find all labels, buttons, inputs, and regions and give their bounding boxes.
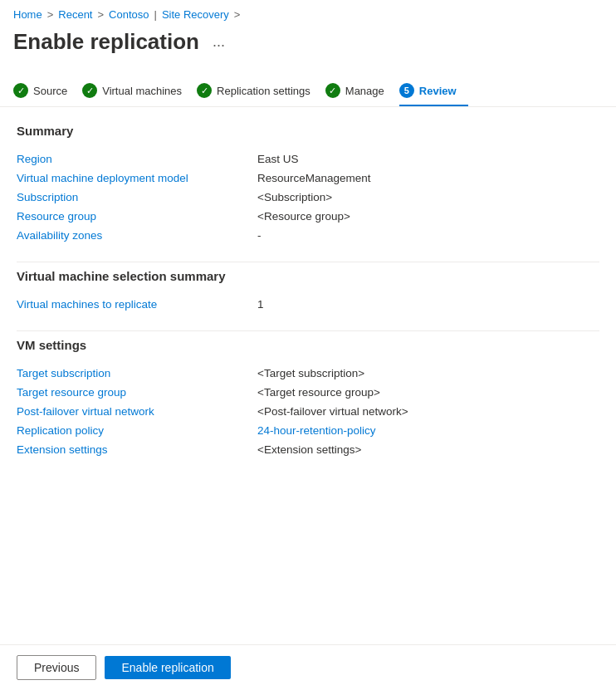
table-row: Region East US <box>17 149 599 169</box>
target-rg-label: Target resource group <box>17 383 257 402</box>
table-row: Target resource group <Target resource g… <box>17 383 599 402</box>
vm-selection-table: Virtual machines to replicate 1 <box>17 295 599 314</box>
target-subscription-label: Target subscription <box>17 364 257 383</box>
extension-settings-value: <Extension settings> <box>257 440 599 459</box>
vms-to-replicate-label: Virtual machines to replicate <box>17 295 257 314</box>
summary-heading: Summary <box>17 124 599 138</box>
summary-region-value: East US <box>257 149 599 169</box>
replication-policy-link[interactable]: 24-hour-retention-policy <box>257 424 376 437</box>
breadcrumb-home[interactable]: Home <box>13 8 42 21</box>
previous-button[interactable]: Previous <box>17 655 96 680</box>
summary-section: Summary Region East US Virtual machine d… <box>17 124 599 245</box>
step-source-label: Source <box>33 85 67 97</box>
summary-vm-model-label: Virtual machine deployment model <box>17 169 257 188</box>
summary-rg-value: <Resource group> <box>257 207 599 226</box>
step-vm-label: Virtual machines <box>102 85 182 97</box>
summary-table: Region East US Virtual machine deploymen… <box>17 149 599 245</box>
summary-az-label: Availability zones <box>17 226 257 245</box>
table-row: Target subscription <Target subscription… <box>17 364 599 383</box>
post-failover-vnet-label: Post-failover virtual network <box>17 402 257 421</box>
table-row: Extension settings <Extension settings> <box>17 440 599 459</box>
target-subscription-value: <Target subscription> <box>257 364 599 383</box>
page-title-row: Enable replication ... <box>0 26 616 68</box>
step-manage-label: Manage <box>345 85 384 97</box>
target-rg-value: <Target resource group> <box>257 383 599 402</box>
vm-selection-heading: Virtual machine selection summary <box>17 269 599 283</box>
table-row: Resource group <Resource group> <box>17 207 599 226</box>
enable-replication-button[interactable]: Enable replication <box>105 656 230 679</box>
step-review-num-icon: 5 <box>399 83 414 98</box>
breadcrumb: Home > Recent > Contoso | Site Recovery … <box>0 0 616 26</box>
step-rep-label: Replication settings <box>217 85 310 97</box>
main-content: Summary Region East US Virtual machine d… <box>0 107 616 534</box>
step-review-label: Review <box>419 85 457 97</box>
table-row: Subscription <Subscription> <box>17 188 599 207</box>
page-title: Enable replication <box>13 29 199 55</box>
post-failover-vnet-value: <Post-failover virtual network> <box>257 402 599 421</box>
step-manage-check-icon: ✓ <box>325 83 340 98</box>
summary-az-value: - <box>257 226 599 245</box>
breadcrumb-contoso[interactable]: Contoso <box>109 8 149 21</box>
ellipsis-menu-button[interactable]: ... <box>208 32 230 52</box>
step-rep-check-icon: ✓ <box>197 83 212 98</box>
replication-policy-value: 24-hour-retention-policy <box>257 421 599 440</box>
vms-to-replicate-value: 1 <box>257 295 599 314</box>
breadcrumb-sep-4: > <box>234 8 241 21</box>
step-manage[interactable]: ✓ Manage <box>325 76 396 106</box>
table-row: Replication policy 24-hour-retention-pol… <box>17 421 599 440</box>
step-vm-check-icon: ✓ <box>82 83 97 98</box>
vm-settings-table: Target subscription <Target subscription… <box>17 364 599 459</box>
divider-1 <box>17 262 599 262</box>
breadcrumb-sep-1: > <box>47 8 54 21</box>
step-review[interactable]: 5 Review <box>399 76 468 106</box>
divider-2 <box>17 330 599 331</box>
replication-policy-label: Replication policy <box>17 421 257 440</box>
extension-settings-label: Extension settings <box>17 440 257 459</box>
summary-subscription-label: Subscription <box>17 188 257 207</box>
summary-vm-model-value: ResourceManagement <box>257 169 599 188</box>
breadcrumb-sep-3: | <box>154 8 157 21</box>
breadcrumb-site-recovery[interactable]: Site Recovery <box>162 8 229 21</box>
table-row: Virtual machine deployment model Resourc… <box>17 169 599 188</box>
table-row: Post-failover virtual network <Post-fail… <box>17 402 599 421</box>
wizard-steps: ✓ Source ✓ Virtual machines ✓ Replicatio… <box>0 68 616 107</box>
table-row: Virtual machines to replicate 1 <box>17 295 599 314</box>
step-source-check-icon: ✓ <box>13 83 28 98</box>
vm-settings-heading: VM settings <box>17 338 599 352</box>
vm-selection-section: Virtual machine selection summary Virtua… <box>17 269 599 314</box>
summary-region-label: Region <box>17 149 257 169</box>
step-virtual-machines[interactable]: ✓ Virtual machines <box>82 76 193 106</box>
breadcrumb-recent[interactable]: Recent <box>58 8 92 21</box>
step-replication-settings[interactable]: ✓ Replication settings <box>197 76 322 106</box>
summary-subscription-value: <Subscription> <box>257 188 599 207</box>
step-source[interactable]: ✓ Source <box>13 76 79 106</box>
footer: Previous Enable replication <box>0 644 616 690</box>
summary-rg-label: Resource group <box>17 207 257 226</box>
breadcrumb-sep-2: > <box>97 8 104 21</box>
table-row: Availability zones - <box>17 226 599 245</box>
vm-settings-section: VM settings Target subscription <Target … <box>17 338 599 459</box>
